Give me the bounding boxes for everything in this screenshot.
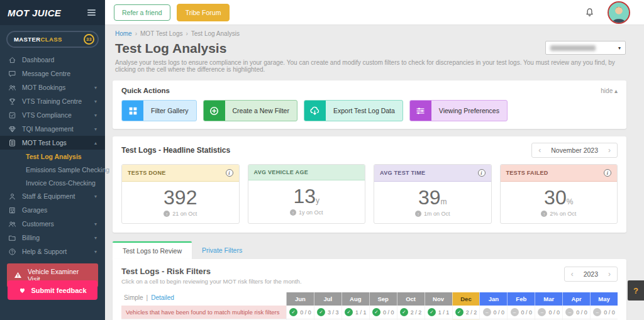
tabs-bar: Test Logs to Review Private Filters: [113, 241, 626, 259]
comment-icon: [8, 70, 16, 78]
sidebar-item-billing[interactable]: Billing▾: [0, 231, 105, 245]
risk-filters-card: Test Logs - Risk Filters Click on a cell…: [113, 259, 626, 320]
risk-row-label: Vehicles that have been found to match m…: [121, 306, 286, 319]
risk-cell[interactable]: ✓0 / 0: [286, 306, 314, 319]
submit-feedback-button[interactable]: Submit feedback: [8, 280, 97, 300]
sidebar-subitem-invoice-cross-checking[interactable]: Invoice Cross-Checking: [0, 176, 105, 189]
create-a-new-filter-button[interactable]: Create a New Filter: [203, 100, 297, 121]
headline-statistics-title: Test Logs - Headline Statistics: [121, 146, 230, 155]
help-icon: [8, 248, 16, 256]
sidebar-item-label: Billing: [22, 234, 40, 241]
stat-value: 13y: [248, 185, 365, 207]
next-year-button[interactable]: ›: [608, 270, 611, 278]
risk-cell[interactable]: ✓2 / 2: [452, 306, 480, 319]
stat-label: TESTS FAILED: [506, 170, 548, 176]
chevron-up-icon: ▴: [614, 87, 618, 94]
sidebar-item-staff-equipment[interactable]: Staff & Equipment▾: [0, 189, 105, 203]
check-circle-icon: ✓: [428, 308, 436, 316]
building-icon: [8, 206, 16, 214]
refer-a-friend-button[interactable]: Refer a friend: [114, 4, 170, 21]
sidebar-item-mot-test-logs[interactable]: MOT Test Logs▴: [0, 136, 105, 150]
risk-cell[interactable]: ✓3 / 3: [314, 306, 341, 319]
hide-quick-actions-link[interactable]: hide ▴: [601, 87, 618, 94]
masterclass-count-badge: 33: [84, 34, 94, 45]
title-row: Test Log Analysis ▾: [105, 41, 644, 56]
risk-cell[interactable]: –0 / 0: [562, 306, 590, 319]
masterclass-label-primary: MASTER: [14, 36, 41, 43]
info-icon[interactable]: i: [478, 169, 486, 177]
page-title: Test Log Analysis: [115, 41, 226, 56]
user-icon: [8, 192, 16, 201]
export-test-log-data-button[interactable]: Export Test Log Data: [304, 100, 403, 121]
risk-cell[interactable]: ✓1 / 1: [425, 306, 452, 319]
sidebar-subitem-test-log-analysis[interactable]: Test Log Analysis: [0, 150, 105, 163]
month-header-nov: Nov: [425, 292, 452, 306]
gem-icon: [8, 125, 16, 133]
sidebar-item-message-centre[interactable]: Message Centre: [0, 67, 105, 80]
tab-private-filters[interactable]: Private Filters: [192, 242, 252, 259]
minus-circle-icon: –: [593, 308, 601, 316]
logo-bar: MOT JUICE: [0, 0, 105, 25]
chevron-down-icon: ▾: [94, 235, 97, 241]
sidebar-item-customers[interactable]: Customers▾: [0, 217, 105, 231]
risk-cell[interactable]: –0 / 0: [535, 306, 562, 319]
minus-circle-icon: –: [565, 308, 574, 316]
tribe-forum-button[interactable]: Tribe Forum: [177, 4, 230, 21]
sidebar-item-label: Garages: [22, 206, 47, 214]
sidebar-item-garages[interactable]: Garages: [0, 203, 105, 217]
current-year-label: 2023: [584, 270, 598, 278]
risk-cell[interactable]: –0 / 0: [590, 306, 618, 319]
tab-test-logs-to-review[interactable]: Test Logs to Review: [113, 241, 192, 259]
trend-up-icon: ↑: [415, 211, 421, 217]
stat-value: 39m: [374, 187, 491, 209]
month-header-feb: Feb: [507, 292, 535, 306]
next-month-button[interactable]: ›: [608, 146, 611, 154]
user-avatar[interactable]: [608, 1, 630, 24]
risk-cell[interactable]: ✓1 / 1: [341, 306, 369, 319]
notification-bell-icon[interactable]: [584, 7, 595, 18]
previous-month-button[interactable]: ‹: [538, 146, 541, 154]
view-detailed-link[interactable]: Detailed: [151, 294, 174, 301]
stat-label: AVG TEST TIME: [380, 170, 425, 176]
sidebar-item-dashboard[interactable]: Dashboard: [0, 53, 105, 67]
hamburger-menu-icon[interactable]: [86, 8, 97, 18]
masterclass-badge[interactable]: MASTERCLASS 33: [6, 31, 99, 48]
risk-cell-value: 0 / 0: [548, 309, 560, 316]
month-header-dec: Dec: [452, 292, 480, 306]
chevron-down-icon: ▾: [94, 194, 97, 199]
filter-gallery-button[interactable]: Filter Gallery: [121, 100, 197, 121]
quick-action-label: Export Test Log Data: [326, 107, 402, 114]
breadcrumb: Home›MOT Test Logs›Test Log Analysis: [105, 25, 644, 41]
risk-cell-value: 2 / 2: [411, 309, 422, 316]
risk-cell[interactable]: –0 / 0: [507, 306, 535, 319]
info-icon[interactable]: i: [604, 169, 611, 177]
sidebar-item-label: Staff & Equipment: [22, 192, 75, 200]
chevron-up-icon: ▴: [94, 140, 97, 146]
sidebar-item-tqi-management[interactable]: TQI Management▾: [0, 122, 105, 136]
sidebar-item-vts-compliance[interactable]: VTS Compliance▾: [0, 108, 105, 122]
breadcrumb-home-link[interactable]: Home: [115, 30, 132, 37]
sidebar-item-label: Message Centre: [22, 70, 70, 77]
info-icon[interactable]: i: [226, 169, 233, 177]
stat-delta: ↑1m on Oct: [374, 211, 491, 217]
view-simple-link[interactable]: Simple: [124, 294, 143, 301]
trend-up-icon: ↑: [164, 211, 170, 217]
warning-icon: [14, 271, 23, 280]
risk-cell[interactable]: –0 / 0: [479, 306, 507, 319]
sidebar-item-help-support[interactable]: Help & Support▾: [0, 245, 105, 258]
risk-cell[interactable]: ✓0 / 0: [369, 306, 397, 319]
check-circle-icon: ✓: [455, 308, 464, 316]
help-button[interactable]: ?: [628, 280, 644, 301]
sidebar-item-mot-bookings[interactable]: MOT Bookings▾: [0, 80, 105, 94]
viewing-preferences-button[interactable]: Viewing Preferences: [409, 100, 508, 121]
sliders-icon: [410, 100, 431, 121]
stat-unit: %: [567, 197, 574, 206]
sidebar-subitem-emissions-sample-checking[interactable]: Emissions Sample Checking: [0, 163, 105, 176]
risk-cell-value: 0 / 0: [300, 309, 311, 316]
risk-cell[interactable]: ✓2 / 2: [397, 306, 425, 319]
garage-select[interactable]: ▾: [545, 41, 626, 55]
risk-cell-value: 0 / 0: [383, 309, 394, 316]
stat-value: 30%: [501, 187, 618, 209]
previous-year-button[interactable]: ‹: [571, 270, 574, 278]
sidebar-item-vts-training-centre[interactable]: VTS Training Centre▾: [0, 94, 105, 108]
